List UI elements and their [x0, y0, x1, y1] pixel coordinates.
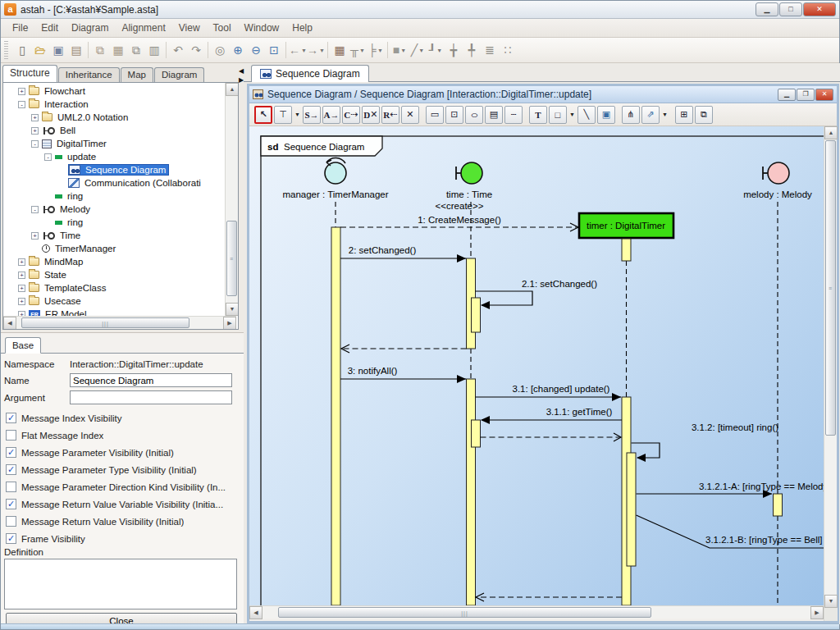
continuation-tool[interactable]: ○ [465, 106, 483, 124]
tab-inheritance[interactable]: Inheritance [58, 67, 120, 82]
time-activation-nested[interactable] [472, 298, 481, 332]
tree-item-ring[interactable]: ring [3, 189, 225, 203]
argument-input[interactable] [70, 390, 232, 404]
tab-base[interactable]: Base [5, 337, 41, 354]
tree-vertical-scrollbar[interactable]: ▲ ≡ ▼ [225, 83, 238, 316]
align-vertical-button[interactable]: ╥▼ [349, 41, 367, 59]
layout-grid-button[interactable]: ∷ [499, 41, 517, 59]
sweeper-tool[interactable]: ⋔ [622, 106, 640, 124]
note-tool[interactable]: ▤ [485, 106, 503, 124]
tree-item-melody[interactable]: -Melody [3, 203, 225, 216]
share-parent-button[interactable]: ╈ [445, 41, 463, 59]
tree-item-communication-diagram[interactable]: Communication (Collaborati [3, 176, 225, 189]
expander[interactable]: - [31, 206, 39, 213]
diagram-canvas[interactable]: sd Sequence Diagram manager : TimerMan [249, 126, 824, 608]
back-button[interactable]: ←▼ [289, 41, 307, 59]
timer-activation-init[interactable] [622, 239, 631, 261]
scroll-thumb[interactable]: ≡ [825, 140, 836, 436]
select-tool[interactable]: ↖ [254, 106, 272, 124]
scroll-left-button[interactable]: ◀ [249, 606, 262, 619]
zoom-in-button[interactable]: ⊕ [229, 41, 247, 59]
lifeline-manager-head[interactable]: manager : TimerManager [282, 158, 388, 199]
expander[interactable]: - [44, 153, 52, 161]
share-child-button[interactable]: ╇ [463, 41, 481, 59]
forward-button[interactable]: →▼ [307, 41, 325, 59]
tree-item-interaction[interactable]: -Interaction [3, 98, 225, 111]
scroll-up-button[interactable]: ▲ [824, 126, 838, 139]
async-message-tool[interactable]: A→ [322, 106, 340, 124]
print-button[interactable]: ▤ [67, 41, 85, 59]
reply-message-tool[interactable]: R⇠ [381, 106, 399, 124]
canvas-vertical-scrollbar[interactable]: ▲ ≡ ▼ [824, 126, 837, 621]
scroll-right-button[interactable]: ▶ [810, 606, 824, 619]
undo-button[interactable]: ↶ [169, 41, 187, 59]
checkbox-message-parameter-visibility[interactable]: ✓ [6, 447, 16, 458]
lifeline-time-head[interactable]: time : Time [446, 162, 492, 199]
scroll-down-button[interactable]: ▼ [824, 595, 838, 608]
checkbox-message-index-visibility[interactable]: ✓ [6, 413, 16, 423]
line-tool[interactable]: ╲ [578, 106, 596, 124]
melody-activation[interactable] [774, 494, 783, 516]
diagram-tab-sequence[interactable]: Sequence Diagram [251, 65, 369, 82]
message-ring-bell[interactable]: 3.1.2.1-B: [ringType == Bell] rin [637, 515, 824, 548]
message-return-1[interactable] [341, 345, 467, 353]
title-bar[interactable]: a astah - [C:¥astah¥Sample.asta] ▁ □ ✕ [1, 1, 839, 19]
menu-help[interactable]: Help [285, 20, 319, 36]
layout-horizontal-button[interactable]: ≣ [481, 41, 499, 59]
maximize-button[interactable]: □ [779, 2, 802, 16]
rectangle-tool[interactable]: □ [549, 106, 567, 124]
mdi-minimize-button[interactable]: ▁ [778, 89, 796, 101]
expander[interactable]: + [18, 298, 25, 305]
menu-window[interactable]: Window [238, 20, 286, 36]
paste-style-icon[interactable]: ▥ [145, 41, 163, 59]
message-notifyall[interactable]: 3: notifyAll() [340, 366, 466, 383]
expander[interactable]: + [18, 258, 25, 266]
create-message-tool[interactable]: C⇢ [342, 106, 360, 124]
message-ring-self[interactable]: 3.1.2: [timeout] ring() [632, 422, 779, 462]
open-button[interactable]: 🗁︎ [31, 41, 49, 59]
definition-textarea[interactable] [4, 559, 237, 609]
map-view-button[interactable]: ▦ [331, 41, 349, 59]
expander[interactable]: - [18, 101, 25, 108]
menu-tool[interactable]: Tool [207, 20, 238, 36]
expander[interactable]: + [31, 127, 39, 135]
expander[interactable]: + [31, 232, 39, 240]
scroll-left-button[interactable]: ◀ [3, 317, 16, 330]
message-ring-melody[interactable]: 3.1.2.1-A: [ringType == Melody] rin [637, 482, 824, 498]
scroll-right-button[interactable]: ▶ [223, 317, 236, 330]
connector-tool-dropdown[interactable]: ▼ [662, 112, 668, 117]
tab-diagram[interactable]: Diagram [154, 67, 204, 82]
zoom-out-button[interactable]: ⊖ [247, 41, 265, 59]
line-style-button[interactable]: ┚▼ [427, 41, 445, 59]
redo-button[interactable]: ↷ [187, 41, 205, 59]
paste-icon[interactable]: ▦ [109, 41, 127, 59]
tree-item-templateclass[interactable]: +TemplateClass [3, 281, 225, 294]
tree-item-flowchart[interactable]: +Flowchart [3, 84, 225, 98]
align-horizontal-button[interactable]: ╞▼ [367, 41, 385, 59]
layers-tool[interactable]: ⧉ [695, 106, 713, 124]
message-gettime[interactable]: 3.1.1: getTime() [481, 407, 622, 424]
tree-item-uml20-notation[interactable]: +UML2.0 Notation [3, 111, 225, 124]
tree-item-ring2[interactable]: ring [3, 216, 225, 229]
sync-message-tool[interactable]: S→ [303, 106, 321, 124]
lifeline-timer-box[interactable]: timer : DigitalTimer [579, 213, 673, 238]
adjust-frame-tool[interactable]: ⊞ [675, 106, 693, 124]
checkbox-frame-visibility[interactable]: ✓ [6, 533, 16, 544]
color-button[interactable]: ■▼ [390, 41, 409, 59]
tree-item-sequence-diagram[interactable]: Sequence Diagram [3, 163, 225, 176]
tree-item-timermanager[interactable]: TimerManager [3, 242, 225, 255]
toolbar-grip[interactable] [4, 41, 8, 59]
message-create[interactable]: <<create>> 1: CreateMessage() [340, 201, 578, 231]
manager-activation[interactable] [331, 227, 340, 605]
timer-activation-nested[interactable] [627, 453, 636, 566]
message-setchanged[interactable]: 2: setChanged() [340, 245, 466, 262]
expander[interactable]: + [18, 88, 25, 95]
tree-item-usecase[interactable]: +Usecase [3, 294, 225, 308]
message-update[interactable]: 3.1: [changed] update() [476, 384, 622, 401]
image-tool[interactable]: ▣ [597, 106, 615, 124]
name-input[interactable] [70, 373, 232, 387]
lifeline-tool-dropdown[interactable]: ▼ [294, 112, 300, 117]
minimize-button[interactable]: ▁ [756, 2, 778, 16]
menu-file[interactable]: File [6, 20, 34, 36]
time-activation-2[interactable] [467, 379, 476, 605]
